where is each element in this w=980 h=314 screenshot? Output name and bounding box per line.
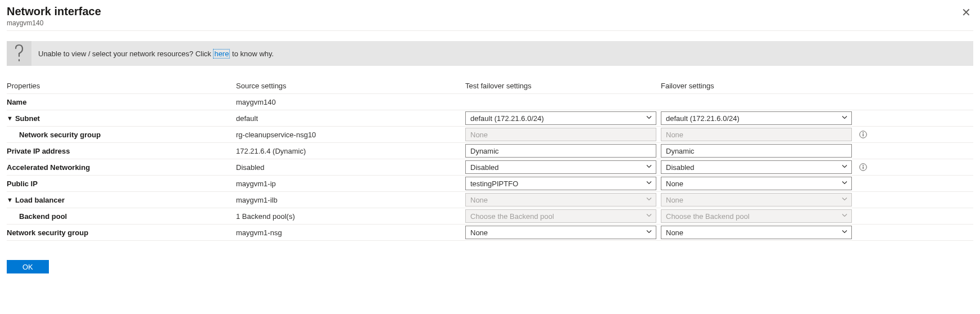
- row-subnet: ▼Subnet default default (172.21.6.0/24) …: [7, 110, 973, 126]
- blade-title: Network interface: [7, 5, 101, 18]
- info-bar-text: Unable to view / select your network res…: [38, 50, 973, 58]
- info-icon[interactable]: [856, 163, 870, 171]
- label-accel: Accelerated Networking: [7, 163, 232, 172]
- chevron-down-icon: [841, 228, 848, 237]
- col-properties: Properties: [7, 82, 232, 90]
- fo-accel-select[interactable]: Disabled: [661, 160, 852, 174]
- source-subnet-nsg: rg-cleanupservice-nsg10: [236, 131, 461, 139]
- tfo-subnet-select[interactable]: default (172.21.6.0/24): [465, 111, 656, 125]
- close-button[interactable]: ✕: [959, 5, 973, 20]
- chevron-down-icon: [646, 228, 652, 237]
- svg-point-1: [863, 132, 864, 133]
- chevron-down-icon: [841, 180, 848, 188]
- tfo-nsg-select[interactable]: None: [465, 226, 656, 239]
- source-subnet: default: [236, 114, 461, 123]
- svg-point-4: [863, 165, 864, 166]
- chevron-down-icon: [646, 196, 652, 204]
- fo-public-ip-select[interactable]: None: [661, 177, 852, 190]
- label-subnet-nsg: Network security group: [7, 131, 232, 139]
- label-nsg: Network security group: [7, 228, 232, 237]
- label-private-ip: Private IP address: [7, 147, 232, 155]
- chevron-down-icon: [646, 212, 652, 221]
- col-source: Source settings: [236, 82, 461, 90]
- fo-subnet-nsg-input: None: [661, 128, 852, 141]
- row-backend-pool: Backend pool 1 Backend pool(s) Choose th…: [7, 208, 973, 224]
- fo-lb-select: None: [661, 193, 852, 207]
- fo-subnet-select[interactable]: default (172.21.6.0/24): [661, 111, 852, 125]
- blade-header: Network interface maygvm140 ✕: [7, 5, 973, 31]
- row-public-ip: Public IP maygvm1-ip testingPIPTFO None: [7, 175, 973, 191]
- source-nsg: maygvm1-nsg: [236, 228, 461, 237]
- row-private-ip: Private IP address 172.21.6.4 (Dynamic) …: [7, 142, 973, 159]
- ok-button[interactable]: OK: [7, 260, 49, 273]
- source-load-balancer: maygvm1-ilb: [236, 196, 461, 204]
- source-public-ip: maygvm1-ip: [236, 180, 461, 188]
- source-accel: Disabled: [236, 163, 461, 172]
- tfo-private-ip-input[interactable]: Dynamic: [465, 144, 656, 158]
- info-bar-prefix: Unable to view / select your network res…: [38, 50, 213, 58]
- column-headers: Properties Source settings Test failover…: [7, 78, 973, 93]
- info-icon[interactable]: [856, 131, 870, 138]
- info-bar: Unable to view / select your network res…: [7, 41, 973, 66]
- fo-nsg-select[interactable]: None: [661, 226, 852, 239]
- chevron-down-icon: [841, 196, 848, 204]
- fo-backend-pool-select: Choose the Backend pool: [661, 209, 852, 223]
- question-icon: [7, 41, 31, 66]
- chevron-down-icon: [646, 114, 652, 123]
- source-backend-pool: 1 Backend pool(s): [236, 212, 461, 221]
- label-subnet[interactable]: ▼Subnet: [7, 114, 232, 123]
- col-fo: Failover settings: [661, 82, 852, 90]
- chevron-down-icon: [646, 180, 652, 188]
- label-load-balancer[interactable]: ▼Load balancer: [7, 196, 232, 204]
- info-bar-suffix: to know why.: [230, 50, 274, 58]
- row-name: Name maygvm140: [7, 93, 973, 110]
- chevron-down-icon: [841, 212, 848, 221]
- svg-rect-2: [863, 134, 863, 137]
- col-tfo: Test failover settings: [465, 82, 656, 90]
- chevron-down-icon: [841, 114, 848, 123]
- row-load-balancer: ▼Load balancer maygvm1-ilb None None: [7, 191, 973, 208]
- footer: OK: [7, 260, 973, 273]
- caret-down-icon: ▼: [7, 196, 13, 203]
- caret-down-icon: ▼: [7, 115, 13, 122]
- chevron-down-icon: [646, 163, 652, 172]
- fo-private-ip-input[interactable]: Dynamic: [661, 144, 852, 158]
- row-nsg: Network security group maygvm1-nsg None …: [7, 224, 973, 241]
- tfo-public-ip-select[interactable]: testingPIPTFO: [465, 177, 656, 190]
- chevron-down-icon: [841, 163, 848, 172]
- svg-rect-5: [863, 167, 863, 169]
- label-name: Name: [7, 98, 232, 106]
- label-public-ip: Public IP: [7, 180, 232, 188]
- source-name: maygvm140: [236, 98, 461, 106]
- info-bar-link[interactable]: here: [213, 49, 230, 59]
- blade-subtitle: maygvm140: [7, 19, 101, 27]
- tfo-subnet-nsg-input: None: [465, 128, 656, 141]
- tfo-backend-pool-select: Choose the Backend pool: [465, 209, 656, 223]
- source-private-ip: 172.21.6.4 (Dynamic): [236, 147, 461, 155]
- row-subnet-nsg: Network security group rg-cleanupservice…: [7, 126, 973, 142]
- properties-grid: Properties Source settings Test failover…: [7, 78, 973, 241]
- tfo-accel-select[interactable]: Disabled: [465, 160, 656, 174]
- row-accel: Accelerated Networking Disabled Disabled…: [7, 159, 973, 175]
- tfo-lb-select: None: [465, 193, 656, 207]
- label-backend-pool: Backend pool: [7, 212, 232, 221]
